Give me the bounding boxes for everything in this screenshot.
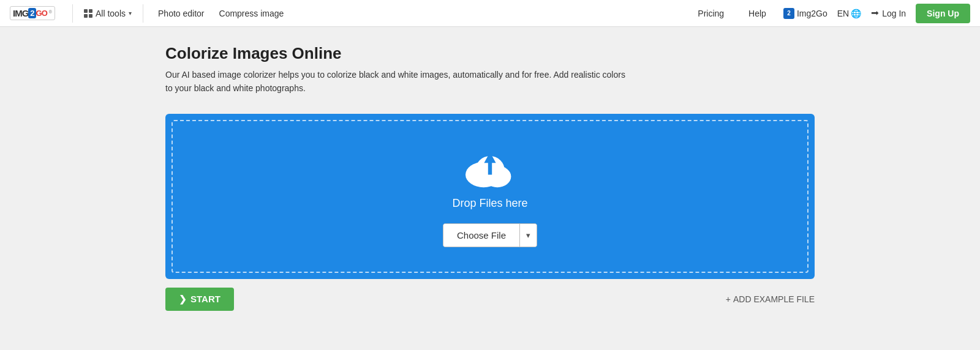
login-label: Log In <box>882 9 906 18</box>
main-content: Colorize Images Online Our AI based imag… <box>153 27 827 323</box>
img2go-link[interactable]: 2 Img2Go <box>783 8 827 19</box>
start-button[interactable]: ❯ START <box>165 288 234 311</box>
lang-label: EN <box>837 9 849 18</box>
add-example-label: ADD EXAMPLE FILE <box>733 294 815 304</box>
choose-file-dropdown-button[interactable]: ▾ <box>519 224 537 247</box>
drop-text: Drop Files here <box>452 197 527 210</box>
add-example-plus-icon: + <box>726 294 731 304</box>
header: IMG2GO ® All tools ▾ Photo editor Compre… <box>0 0 980 27</box>
pricing-link[interactable]: Pricing <box>698 6 724 21</box>
help-link[interactable]: Help <box>748 6 766 21</box>
header-divider-2 <box>143 4 143 23</box>
all-tools-label: All tools <box>96 9 126 18</box>
grid-icon <box>84 9 92 18</box>
photo-editor-link[interactable]: Photo editor <box>158 6 205 21</box>
page-title: Colorize Images Online <box>165 44 815 63</box>
logo-img-text: IMG2GO <box>13 8 47 18</box>
add-example-button[interactable]: + ADD EXAMPLE FILE <box>726 294 815 304</box>
drop-zone-wrapper[interactable]: Drop Files here Choose File ▾ <box>165 114 815 279</box>
start-arrow-icon: ❯ <box>179 294 187 305</box>
drop-zone[interactable]: Drop Files here Choose File ▾ <box>172 120 809 273</box>
header-right: Pricing Help 2 Img2Go EN 🌐 ⮕ Log In Sign… <box>690 4 970 23</box>
header-divider <box>72 4 73 23</box>
login-button[interactable]: ⮕ Log In <box>871 9 906 18</box>
compress-image-link[interactable]: Compress image <box>219 6 284 21</box>
cloud-upload-icon <box>466 146 514 188</box>
choose-file-button[interactable]: Choose File <box>443 224 519 247</box>
logo-reg: ® <box>49 10 52 14</box>
logo-area[interactable]: IMG2GO ® <box>10 6 55 20</box>
signup-button[interactable]: Sign Up <box>916 4 970 23</box>
logo-go: GO <box>36 9 47 18</box>
logo-box: IMG2GO ® <box>10 6 55 20</box>
logo-two: 2 <box>28 8 36 18</box>
bottom-actions: ❯ START + ADD EXAMPLE FILE <box>165 288 815 323</box>
choose-file-chevron-icon: ▾ <box>526 231 530 240</box>
page-description: Our AI based image colorizer helps you t… <box>165 68 631 95</box>
all-tools-button[interactable]: All tools ▾ <box>80 6 135 21</box>
login-arrow-icon: ⮕ <box>871 9 880 18</box>
logo-img-part: IMG <box>13 8 28 18</box>
start-label: START <box>190 294 221 304</box>
globe-icon: 🌐 <box>851 9 861 18</box>
language-button[interactable]: EN 🌐 <box>837 9 861 18</box>
chevron-down-icon: ▾ <box>129 10 132 17</box>
img2go-label: Img2Go <box>797 9 827 18</box>
img2go-icon: 2 <box>783 8 794 19</box>
choose-file-wrap[interactable]: Choose File ▾ <box>443 223 537 247</box>
